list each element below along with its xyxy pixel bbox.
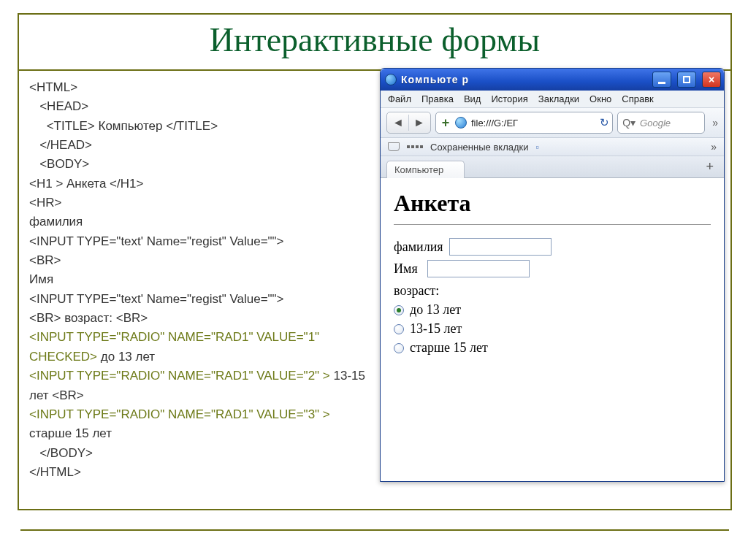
- bookmarks-bar: Сохраненные вкладки ▫ »: [381, 138, 724, 156]
- age-label: возраст:: [394, 283, 711, 299]
- code-line: <HTML>: [29, 80, 77, 94]
- page-heading: Анкета: [394, 190, 711, 217]
- lastname-input[interactable]: [449, 238, 552, 256]
- grid-icon[interactable]: [407, 145, 423, 148]
- menu-item[interactable]: Справк: [622, 93, 653, 104]
- code-text: фамилия: [29, 215, 83, 229]
- radio-label: до 13 лет: [410, 302, 461, 318]
- titlebar[interactable]: Компьюте р ×: [381, 69, 724, 91]
- browser-window: Компьюте р × Файл Правка Вид История Зак…: [380, 68, 725, 482]
- radio-3[interactable]: [394, 343, 404, 353]
- code-line: <BODY>: [39, 157, 89, 171]
- code-line: <TITLE>: [47, 119, 95, 133]
- code-line: </HTML>: [29, 465, 81, 479]
- tab[interactable]: Компьютер: [386, 161, 465, 178]
- tab-label: Компьютер: [394, 164, 443, 175]
- forward-button[interactable]: ►: [410, 116, 429, 129]
- code-line: <INPUT TYPE="text' Name="regist" Value="…: [29, 234, 284, 248]
- search-icon: Q▾: [622, 117, 636, 129]
- menu-item[interactable]: История: [491, 93, 527, 104]
- menu-item[interactable]: Окно: [589, 93, 611, 104]
- code-text: Имя: [29, 272, 53, 286]
- code-line-hl: <INPUT TYPE="radio" NAME="rad1" VALUE="3…: [29, 407, 330, 421]
- reload-icon[interactable]: ↻: [600, 116, 609, 129]
- code-line: </BODY>: [39, 446, 93, 460]
- firstname-input[interactable]: [427, 260, 530, 277]
- bookmarks-label[interactable]: Сохраненные вкладки: [430, 142, 528, 153]
- menubar: Файл Правка Вид История Закладки Окно Сп…: [381, 91, 724, 108]
- search-box[interactable]: Q▾ Google: [617, 112, 705, 134]
- radio-2[interactable]: [394, 324, 404, 334]
- code-text: возраст:: [61, 311, 115, 325]
- overflow-icon[interactable]: »: [712, 117, 718, 129]
- code-line: </TITLE>: [166, 119, 218, 133]
- code-line: <HR>: [29, 196, 61, 210]
- radio-label: 13-15 лет: [410, 321, 462, 337]
- label-lastname: фамилия: [394, 239, 443, 255]
- page-content: Анкета фамилия Имя возраст: до 13 лет: [381, 178, 724, 377]
- label-firstname: Имя: [394, 261, 421, 277]
- radio-1[interactable]: [394, 305, 404, 315]
- new-tab-button[interactable]: +: [701, 159, 718, 177]
- search-placeholder: Google: [640, 118, 671, 129]
- code-line: <INPUT TYPE="text' Name="regist" Value="…: [29, 292, 284, 306]
- book-icon[interactable]: [388, 142, 400, 151]
- code-text: Анкета: [63, 177, 110, 191]
- menu-item[interactable]: Файл: [388, 93, 411, 104]
- code-line: </H1>: [110, 177, 143, 191]
- globe-icon: [455, 117, 467, 129]
- code-line: <H1 >: [29, 177, 63, 191]
- code-line: <BR>: [29, 311, 61, 325]
- address-bar[interactable]: + file:///G:/ЕГ ↻: [435, 112, 613, 134]
- back-button[interactable]: ◄: [389, 116, 408, 129]
- code-line: <BR>: [116, 311, 148, 325]
- code-line: <BR>: [52, 388, 83, 402]
- code-text: старше 15 лет: [29, 426, 112, 440]
- toolbar: ◄ ► + file:///G:/ЕГ ↻ Q▾ Google »: [381, 108, 724, 138]
- add-icon[interactable]: +: [440, 115, 451, 131]
- window-title: Компьюте р: [401, 74, 646, 85]
- close-button[interactable]: ×: [702, 72, 721, 88]
- slide-title: Интерактивные формы: [19, 20, 730, 59]
- code-line: <BR>: [29, 253, 61, 267]
- nav-buttons: ◄ ►: [386, 112, 431, 134]
- tabstrip: Компьютер +: [381, 156, 724, 178]
- hr: [394, 224, 711, 225]
- menu-item[interactable]: Закладки: [538, 93, 579, 104]
- minimize-button[interactable]: [652, 72, 671, 88]
- code-text: Компьютер: [95, 119, 166, 133]
- content-row: <HTML> <HEAD> <TITLE> Компьютер </TITLE>…: [19, 78, 730, 482]
- code-listing: <HTML> <HEAD> <TITLE> Компьютер </TITLE>…: [25, 78, 370, 482]
- code-line: <HEAD>: [39, 99, 88, 113]
- radio-label: старше 15 лет: [410, 340, 488, 356]
- app-icon: [385, 74, 397, 85]
- code-text: до 13 лет: [97, 350, 155, 364]
- bottom-rule: [20, 529, 729, 531]
- overflow-icon[interactable]: »: [711, 141, 717, 153]
- code-line: </HEAD>: [39, 138, 92, 152]
- code-line-hl: <INPUT TYPE="radio" NAME="rad1" VALUE="2…: [29, 369, 330, 383]
- menu-item[interactable]: Правка: [421, 93, 454, 104]
- slide-frame: Интерактивные формы <HTML> <HEAD> <TITLE…: [18, 13, 732, 510]
- code-line-hl: <INPUT TYPE="radio" NAME="rad1" VALUE="1…: [29, 330, 319, 363]
- menu-item[interactable]: Вид: [464, 93, 481, 104]
- maximize-button[interactable]: [677, 72, 696, 88]
- url-text: file:///G:/ЕГ: [471, 118, 595, 129]
